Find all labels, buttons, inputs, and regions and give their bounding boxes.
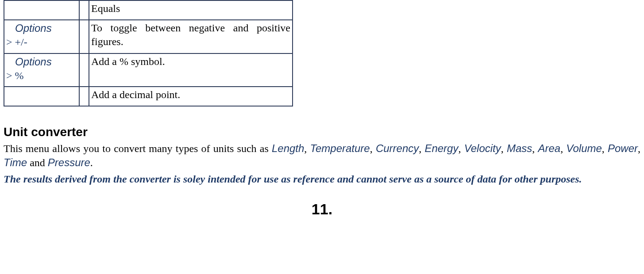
unit-temperature: Temperature [310, 142, 370, 154]
option-cell: Options > +/- [4, 20, 79, 53]
sep: , [304, 143, 310, 154]
sep: , [501, 143, 507, 154]
description-text: Add a decimal point. [91, 88, 290, 102]
table-row: Add a decimal point. [4, 87, 293, 106]
body-post-text: . [90, 157, 93, 168]
option-word [6, 89, 15, 101]
sep: , [560, 143, 566, 154]
page-number: 11. [4, 199, 640, 219]
sep: , [532, 143, 538, 154]
unit-currency: Currency [376, 142, 419, 154]
description-text: Equals [91, 2, 290, 15]
disclaimer-note: The results derived from the converter i… [4, 172, 640, 186]
table-row: Equals [4, 0, 293, 20]
unit-area: Area [538, 142, 560, 154]
unit-length: Length [272, 142, 304, 154]
sep: , [602, 143, 608, 154]
spacer-cell [79, 0, 89, 20]
sep-and: and [27, 157, 48, 168]
option-word: Options [6, 56, 52, 68]
description-text: Add a % symbol. [91, 55, 290, 68]
description-cell: Add a % symbol. [89, 53, 293, 87]
gt-symbol: > [6, 36, 15, 48]
description-cell: To toggle between negative and positive … [89, 20, 293, 53]
sep: , [370, 143, 376, 154]
unit-energy: Energy [424, 142, 458, 154]
sep: , [638, 143, 640, 154]
function-table: Equals Options > +/- To toggle between n… [4, 0, 293, 107]
unit-power: Power [608, 142, 638, 154]
section-body: This menu allows you to convert many typ… [4, 141, 640, 170]
table-row: Options > +/- To toggle between negative… [4, 20, 293, 53]
option-cell [4, 0, 79, 20]
document-page: Equals Options > +/- To toggle between n… [0, 0, 644, 219]
body-pre-text: This menu allows you to convert many typ… [4, 143, 272, 154]
sep: , [419, 143, 424, 154]
unit-volume: Volume [566, 142, 602, 154]
option-word: Options [6, 22, 52, 34]
option-suffix: % [15, 70, 24, 81]
option-word [6, 3, 15, 15]
section-title: Unit converter [4, 124, 640, 140]
spacer-cell [79, 20, 89, 53]
gt-symbol: > [6, 70, 15, 81]
description-cell: Add a decimal point. [89, 87, 293, 106]
option-cell [4, 87, 79, 106]
sep: , [458, 143, 464, 154]
description-cell: Equals [89, 0, 293, 20]
spacer-cell [79, 87, 89, 106]
spacer-cell [79, 53, 89, 87]
description-text: To toggle between negative and positive … [91, 21, 290, 49]
option-cell: Options > % [4, 53, 79, 87]
unit-velocity: Velocity [464, 142, 501, 154]
unit-pressure: Pressure [48, 156, 90, 168]
unit-mass: Mass [507, 142, 532, 154]
table-row: Options > % Add a % symbol. [4, 53, 293, 87]
unit-time: Time [4, 156, 27, 168]
option-suffix: +/- [15, 36, 27, 48]
